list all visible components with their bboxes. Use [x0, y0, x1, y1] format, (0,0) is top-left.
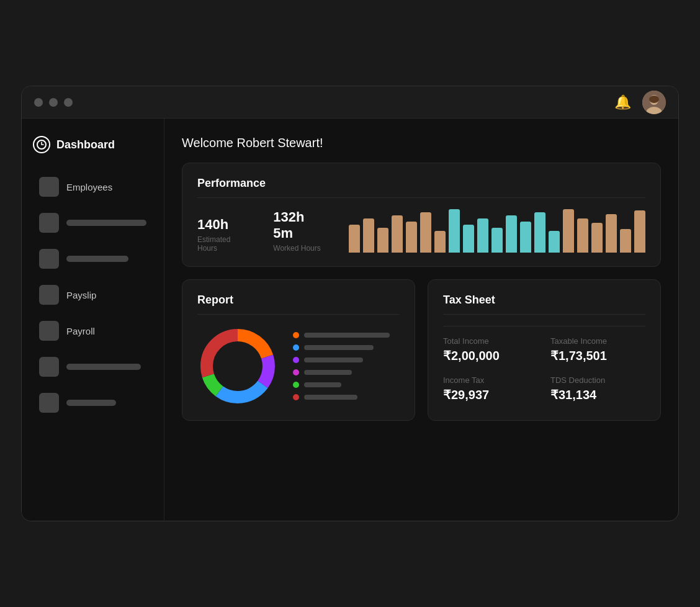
main-content: Welcome Robert Stewart! Performance 140h…: [164, 119, 678, 521]
legend-dot-3: [293, 357, 299, 363]
nav6-icon: [39, 357, 59, 377]
legend-dot-2: [293, 344, 299, 351]
nav2-icon: [39, 213, 59, 233]
nav7-icon: [39, 393, 59, 413]
sidebar-item-payroll[interactable]: Payroll: [33, 315, 153, 347]
bar-item: [606, 214, 617, 253]
tds-deduction-value: ₹31,134: [550, 387, 645, 402]
sidebar-employees-label: Employees: [66, 182, 112, 192]
sidebar-payslip-label: Payslip: [66, 290, 96, 300]
bar-item: [392, 215, 403, 253]
report-card: Report: [182, 279, 415, 421]
bar-item: [477, 218, 488, 253]
sidebar-item-nav6[interactable]: [33, 351, 153, 383]
income-tax-label: Income Tax: [443, 375, 538, 385]
bar-item: [406, 222, 417, 253]
income-tax-value: ₹29,937: [443, 387, 538, 402]
legend-dot-1: [293, 332, 299, 338]
bar-item: [463, 225, 474, 253]
bar-item: [434, 231, 446, 253]
report-legend: [293, 332, 400, 400]
performance-content: 140h Estimated Hours 132h 5m Worked Hour…: [197, 209, 645, 253]
sidebar-item-nav3[interactable]: [33, 243, 153, 275]
legend-bar-3: [304, 357, 363, 362]
svg-point-3: [649, 96, 659, 103]
sidebar: Dashboard Employees: [22, 119, 164, 521]
titlebar: 🔔: [22, 86, 678, 119]
sidebar-item-nav2[interactable]: [33, 207, 153, 239]
notification-icon[interactable]: 🔔: [614, 94, 631, 110]
dot-maximize[interactable]: [64, 98, 73, 107]
income-tax-item: Income Tax ₹29,937: [443, 375, 538, 402]
bottom-row: Report: [182, 279, 661, 421]
window-controls: [34, 98, 73, 107]
avatar-image: [642, 91, 666, 114]
bar-item: [563, 209, 574, 253]
performance-card: Performance 140h Estimated Hours 132h 5m…: [182, 163, 661, 267]
bar-item: [549, 231, 560, 253]
bar-item: [506, 215, 517, 253]
welcome-message: Welcome Robert Stewart!: [182, 136, 661, 150]
app-window: 🔔: [21, 86, 679, 521]
sidebar-item-employees[interactable]: Employees: [33, 171, 153, 203]
tax-divider: [443, 326, 645, 326]
dot-minimize[interactable]: [49, 98, 58, 107]
legend-item-1: [293, 332, 400, 338]
legend-bar-5: [304, 382, 341, 387]
legend-dot-6: [293, 394, 299, 400]
dot-close[interactable]: [34, 98, 43, 107]
nav3-bar: [66, 256, 128, 262]
bar-item: [420, 212, 431, 253]
bar-item: [520, 222, 531, 253]
legend-item-3: [293, 357, 400, 363]
legend-bar-4: [304, 370, 352, 375]
legend-bar-1: [304, 333, 390, 338]
bar-item: [577, 218, 588, 253]
bar-item: [634, 210, 645, 253]
taxable-income-item: Taxable Income ₹1,73,501: [550, 336, 645, 363]
taxable-income-value: ₹1,73,501: [550, 348, 645, 363]
bar-item: [620, 229, 631, 253]
nav6-bar: [66, 364, 141, 370]
bar-item: [449, 209, 460, 253]
avatar[interactable]: [642, 91, 666, 114]
estimated-hours-value: 140h: [197, 217, 248, 233]
tax-sheet-title: Tax Sheet: [443, 294, 645, 315]
estimated-hours-stat: 140h Estimated Hours: [197, 217, 248, 253]
legend-item-6: [293, 394, 400, 400]
legend-bar-2: [304, 345, 374, 350]
bar-item: [491, 228, 503, 253]
legend-item-4: [293, 369, 400, 375]
estimated-hours-label: Estimated Hours: [197, 235, 248, 253]
nav2-bar: [66, 220, 146, 226]
worked-hours-label: Worked Hours: [273, 244, 324, 253]
payroll-icon: [39, 321, 59, 341]
total-income-value: ₹2,00,000: [443, 348, 538, 363]
taxable-income-label: Taxable Income: [550, 336, 645, 346]
worked-hours-value: 132h 5m: [273, 209, 324, 241]
sidebar-logo[interactable]: Dashboard: [33, 136, 153, 153]
legend-dot-5: [293, 382, 299, 388]
donut-chart: [197, 326, 278, 407]
bar-item: [591, 223, 603, 253]
nav3-icon: [39, 249, 59, 269]
nav7-bar: [66, 400, 116, 406]
tax-grid: Total Income ₹2,00,000 Taxable Income ₹1…: [443, 336, 645, 402]
bar-item: [363, 218, 374, 253]
dashboard-icon: [33, 136, 50, 153]
sidebar-nav: Employees Payslip: [33, 171, 153, 419]
total-income-label: Total Income: [443, 336, 538, 346]
legend-item-5: [293, 382, 400, 388]
report-title: Report: [197, 294, 400, 315]
titlebar-right: 🔔: [614, 91, 666, 114]
tds-deduction-item: TDS Deduction ₹31,134: [550, 375, 645, 402]
legend-dot-4: [293, 369, 299, 375]
bar-item: [534, 212, 545, 253]
performance-bar-chart: [349, 209, 645, 253]
sidebar-item-payslip[interactable]: Payslip: [33, 279, 153, 311]
bar-item: [349, 225, 360, 253]
tax-card: Tax Sheet Total Income ₹2,00,000 Taxable…: [428, 279, 661, 421]
report-content: [197, 326, 400, 407]
legend-bar-6: [304, 395, 357, 400]
sidebar-item-nav7[interactable]: [33, 387, 153, 419]
